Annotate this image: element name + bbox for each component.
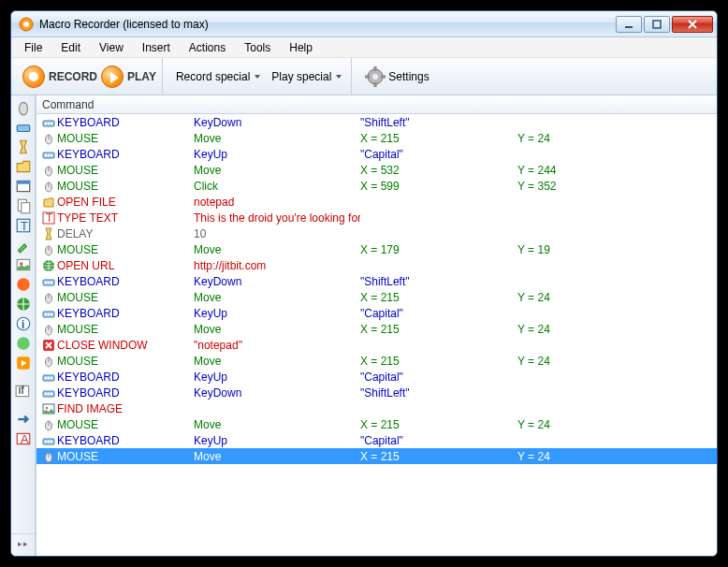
row-action: KeyUp — [194, 148, 360, 161]
table-row[interactable]: MOUSEClickX = 599Y = 352 — [36, 178, 717, 194]
sidebar-play-icon[interactable] — [15, 355, 32, 371]
table-row[interactable]: MOUSEMoveX = 215Y = 24 — [36, 416, 717, 432]
menu-tools[interactable]: Tools — [235, 37, 280, 57]
svg-point-20 — [17, 278, 30, 291]
sidebar-mouse-icon[interactable] — [15, 99, 32, 116]
row-action: KeyUp — [194, 371, 360, 384]
sidebar-findimage-icon[interactable] — [15, 256, 32, 273]
sidebar-expand-grip[interactable]: ▸▸ — [11, 533, 35, 552]
table-row[interactable]: MOUSEMoveX = 215Y = 24 — [36, 448, 717, 464]
row-param2: Y = 24 — [517, 355, 717, 368]
grid-rows: KEYBOARDKeyDown"ShiftLeft"MOUSEMoveX = 2… — [36, 114, 717, 464]
row-icon — [40, 402, 57, 415]
row-command: MOUSE — [57, 243, 194, 256]
table-row[interactable]: MOUSEMoveX = 215Y = 24 — [36, 289, 717, 305]
table-row[interactable]: MOUSEMoveX = 215Y = 24 — [36, 130, 717, 146]
table-row[interactable]: MOUSEMoveX = 215Y = 24 — [36, 321, 717, 337]
row-param2: Y = 24 — [517, 450, 717, 463]
menu-view[interactable]: View — [90, 37, 133, 57]
table-row[interactable]: MOUSEMoveX = 532Y = 244 — [36, 162, 717, 178]
table-row[interactable]: KEYBOARDKeyUp"Capital" — [36, 369, 717, 385]
table-row[interactable]: DELAY10 — [36, 225, 717, 241]
row-action: http://jitbit.com — [194, 259, 360, 272]
table-row[interactable]: KEYBOARDKeyUp"Capital" — [36, 146, 717, 162]
svg-rect-13 — [17, 181, 30, 183]
sidebar-text-icon[interactable]: T — [15, 217, 32, 234]
table-row[interactable]: KEYBOARDKeyDown"ShiftLeft" — [36, 385, 717, 400]
sidebar-misc-icon[interactable] — [15, 335, 32, 352]
table-row[interactable]: MOUSEMoveX = 215Y = 24 — [36, 353, 717, 369]
row-command: MOUSE — [57, 164, 194, 177]
row-icon — [40, 148, 57, 161]
record-special-button[interactable]: Record special — [172, 68, 264, 85]
svg-text:A: A — [20, 432, 28, 446]
row-action: Move — [194, 323, 360, 336]
table-row[interactable]: FIND IMAGE — [36, 400, 717, 416]
close-button[interactable] — [672, 16, 713, 33]
svg-rect-33 — [51, 123, 52, 124]
menubar: File Edit View Insert Actions Tools Help — [11, 37, 717, 58]
row-param1: X = 215 — [360, 132, 517, 145]
row-command: KEYBOARD — [57, 148, 194, 161]
svg-rect-7 — [374, 83, 376, 87]
sidebar-clipboard-icon[interactable] — [15, 197, 32, 214]
sidebar-eyedropper-icon[interactable] — [15, 237, 32, 254]
table-row[interactable]: KEYBOARDKeyDown"ShiftLeft" — [36, 114, 717, 130]
svg-rect-52 — [51, 282, 52, 284]
sidebar-record-icon[interactable] — [15, 276, 32, 293]
svg-rect-66 — [48, 377, 50, 379]
chevron-down-icon — [336, 75, 342, 79]
row-command: CLOSE WINDOW — [57, 339, 194, 352]
table-row[interactable]: KEYBOARDKeyDown"ShiftLeft" — [36, 273, 717, 289]
table-row[interactable]: KEYBOARDKeyUp"Capital" — [36, 432, 717, 448]
svg-point-1 — [23, 22, 29, 27]
play-special-button[interactable]: Play special — [268, 68, 345, 85]
menu-insert[interactable]: Insert — [133, 37, 180, 57]
svg-rect-56 — [45, 313, 47, 315]
sidebar-info-icon[interactable]: i — [15, 315, 32, 332]
row-command: MOUSE — [57, 323, 194, 336]
svg-rect-71 — [51, 393, 52, 395]
row-action: KeyDown — [194, 275, 360, 288]
row-param1: "Capital" — [360, 371, 517, 384]
sidebar-delay-icon[interactable] — [15, 138, 32, 155]
row-icon — [40, 307, 57, 320]
svg-rect-57 — [48, 313, 50, 315]
minimize-button[interactable] — [616, 16, 642, 33]
svg-point-10 — [19, 102, 27, 115]
sidebar-window-icon[interactable] — [15, 178, 32, 195]
sidebar-label-icon[interactable]: A — [15, 430, 32, 447]
menu-help[interactable]: Help — [280, 37, 322, 57]
row-command: OPEN FILE — [57, 196, 194, 209]
settings-button[interactable]: Settings — [361, 65, 432, 89]
table-row[interactable]: KEYBOARDKeyUp"Capital" — [36, 305, 717, 321]
row-icon — [40, 227, 57, 240]
svg-rect-78 — [48, 441, 50, 443]
row-command: KEYBOARD — [57, 307, 194, 320]
svg-rect-31 — [45, 123, 47, 124]
table-row[interactable]: OPEN URLhttp://jitbit.com — [36, 257, 717, 273]
sidebar-if-icon[interactable]: if — [15, 383, 32, 400]
sidebar-goto-icon[interactable] — [15, 411, 32, 428]
table-row[interactable]: TTYPE TEXTThis is the droid you're looki… — [36, 210, 717, 225]
table-row[interactable]: MOUSEMoveX = 179Y = 19 — [36, 241, 717, 257]
svg-point-5 — [372, 74, 378, 80]
table-row[interactable]: CLOSE WINDOW"notepad" — [36, 337, 717, 353]
sidebar-openfile-icon[interactable] — [15, 158, 32, 175]
row-param2: Y = 244 — [517, 164, 717, 177]
menu-actions[interactable]: Actions — [180, 37, 235, 57]
grid-header[interactable]: Command — [36, 95, 717, 114]
record-button[interactable]: RECORD — [22, 65, 97, 88]
maximize-button[interactable] — [644, 16, 670, 33]
table-row[interactable]: OPEN FILEnotepad — [36, 194, 717, 210]
sidebar-keyboard-icon[interactable] — [15, 119, 32, 136]
sidebar-url-icon[interactable] — [15, 296, 32, 313]
menu-file[interactable]: File — [15, 37, 51, 57]
svg-text:i: i — [21, 317, 24, 331]
play-button[interactable]: PLAY — [101, 65, 156, 88]
row-param1: X = 599 — [360, 180, 517, 193]
row-param1: X = 215 — [360, 418, 517, 431]
sidebar: T i if A ▸▸ — [11, 95, 36, 556]
menu-edit[interactable]: Edit — [51, 37, 90, 57]
row-param2: Y = 19 — [517, 243, 717, 256]
